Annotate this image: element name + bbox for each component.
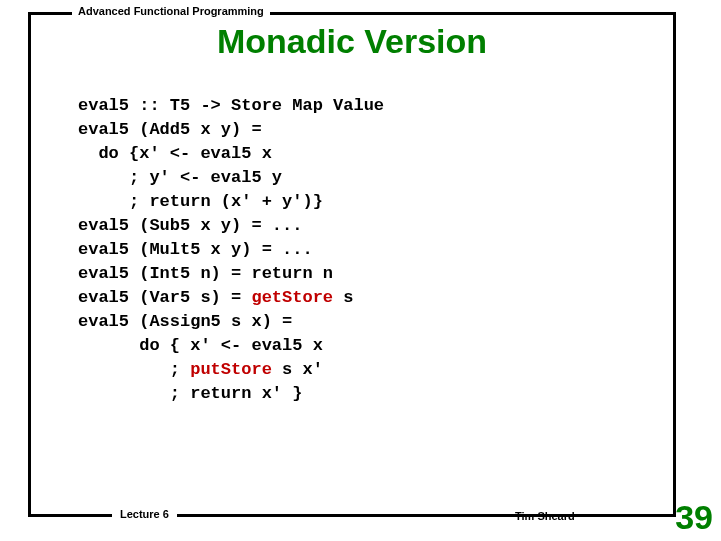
lecture-label: Lecture 6 xyxy=(112,508,177,520)
code-block: eval5 :: T5 -> Store Map Value eval5 (Ad… xyxy=(78,94,384,406)
page-number: 39 xyxy=(675,498,713,537)
code-highlight-getstore: getStore xyxy=(251,288,333,307)
author-label: Tim Sheard xyxy=(515,510,575,522)
code-line: eval5 (Var5 s) = xyxy=(78,288,251,307)
code-line: s x' xyxy=(272,360,323,379)
code-line: ; y' <- eval5 y xyxy=(78,168,282,187)
code-line: ; xyxy=(78,360,190,379)
code-line: ; return (x' + y')} xyxy=(78,192,323,211)
course-header: Advanced Functional Programming xyxy=(72,5,270,17)
code-line: eval5 (Add5 x y) = xyxy=(78,120,262,139)
code-line: eval5 (Int5 n) = return n xyxy=(78,264,333,283)
code-line: eval5 (Mult5 x y) = ... xyxy=(78,240,313,259)
code-line: s xyxy=(333,288,353,307)
slide-title: Monadic Version xyxy=(28,22,676,61)
slide: Advanced Functional Programming Monadic … xyxy=(0,0,721,541)
code-highlight-putstore: putStore xyxy=(190,360,272,379)
code-line: eval5 (Assign5 s x) = xyxy=(78,312,292,331)
code-line: eval5 (Sub5 x y) = ... xyxy=(78,216,302,235)
code-line: do { x' <- eval5 x xyxy=(78,336,323,355)
code-line: ; return x' } xyxy=(78,384,302,403)
code-line: do {x' <- eval5 x xyxy=(78,144,272,163)
code-line: eval5 :: T5 -> Store Map Value xyxy=(78,96,384,115)
